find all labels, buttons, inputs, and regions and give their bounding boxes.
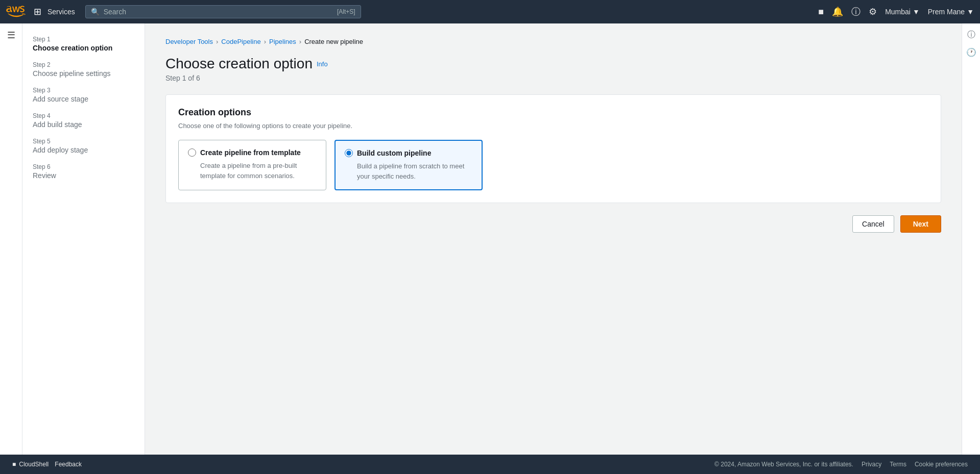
region-selector[interactable]: Mumbai ▼ — [885, 8, 920, 16]
services-nav[interactable]: Services — [47, 8, 75, 16]
bell-icon[interactable]: 🔔 — [832, 6, 843, 17]
search-bar[interactable]: 🔍 [Alt+S] — [85, 5, 361, 18]
option-custom-card[interactable]: Build custom pipeline Build a pipeline f… — [334, 140, 483, 190]
step-2-name: Choose pipeline settings — [33, 69, 134, 78]
card-title: Creation options — [178, 107, 928, 118]
settings-icon[interactable]: ⚙ — [869, 6, 877, 17]
footer-left: ■ CloudShell Feedback — [12, 461, 82, 468]
cloudshell-label: CloudShell — [19, 461, 49, 468]
nav-right-icons: ■ 🔔 ⓘ ⚙ Mumbai ▼ Prem Mane ▼ — [818, 6, 974, 18]
main-content: Developer Tools › CodePipeline › Pipelin… — [145, 23, 962, 474]
breadcrumb-developer-tools[interactable]: Developer Tools — [165, 38, 213, 45]
actions-bar: Cancel Next — [165, 215, 941, 233]
footer-cookie-link[interactable]: Cookie preferences — [915, 461, 968, 468]
page-header: Choose creation option Info Step 1 of 6 — [165, 56, 941, 82]
breadcrumb-sep-2: › — [264, 38, 266, 45]
option-template-desc: Create a pipeline from a pre-built templ… — [188, 161, 317, 181]
footer-right: © 2024, Amazon Web Services, Inc. or its… — [714, 461, 968, 468]
option-custom-desc: Build a pipeline from scratch to meet yo… — [345, 161, 472, 181]
breadcrumb-codepipeline[interactable]: CodePipeline — [221, 38, 260, 45]
breadcrumb-sep-1: › — [216, 38, 218, 45]
page-subtitle: Step 1 of 6 — [165, 74, 941, 82]
info-link[interactable]: Info — [317, 60, 328, 68]
step-1-item: Step 1 Choose creation option — [33, 36, 134, 52]
sidebar-toggle-panel: ☰ — [0, 23, 22, 474]
option-template-card[interactable]: Create pipeline from template Create a p… — [178, 140, 326, 190]
footer: ■ CloudShell Feedback © 2024, Amazon Web… — [0, 455, 980, 474]
right-icon-panel: ⓘ 🕐 — [962, 23, 980, 474]
step-5-name: Add deploy stage — [33, 146, 134, 154]
grid-icon[interactable]: ⊞ — [34, 6, 41, 17]
clock-icon[interactable]: 🕐 — [966, 47, 976, 57]
footer-copyright: © 2024, Amazon Web Services, Inc. or its… — [714, 461, 853, 468]
footer-terms-link[interactable]: Terms — [890, 461, 906, 468]
search-shortcut: [Alt+S] — [337, 8, 355, 15]
region-label: Mumbai — [885, 8, 911, 16]
info-panel-icon[interactable]: ⓘ — [967, 30, 975, 40]
step-5-label: Step 5 — [33, 138, 134, 145]
step-2-item: Step 2 Choose pipeline settings — [33, 61, 134, 78]
step-5-item: Step 5 Add deploy stage — [33, 138, 134, 154]
step-4-item: Step 4 Add build stage — [33, 112, 134, 129]
user-menu[interactable]: Prem Mane ▼ — [928, 8, 974, 16]
top-navigation: ⊞ Services 🔍 [Alt+S] ■ 🔔 ⓘ ⚙ Mumbai ▼ Pr… — [0, 0, 980, 23]
next-button[interactable]: Next — [900, 215, 941, 233]
option-custom-radio[interactable] — [345, 149, 353, 157]
region-chevron: ▼ — [913, 8, 920, 16]
step-2-label: Step 2 — [33, 61, 134, 68]
option-template-radio[interactable] — [188, 148, 196, 157]
footer-privacy-link[interactable]: Privacy — [862, 461, 881, 468]
creation-options: Create pipeline from template Create a p… — [178, 140, 928, 190]
card-description: Choose one of the following options to c… — [178, 122, 928, 130]
breadcrumb-pipelines[interactable]: Pipelines — [269, 38, 296, 45]
step-1-name: Choose creation option — [33, 44, 134, 52]
option-template-label: Create pipeline from template — [200, 148, 301, 157]
option-template-radio-row: Create pipeline from template — [188, 148, 317, 157]
hamburger-icon[interactable]: ☰ — [7, 30, 15, 41]
steps-panel: Step 1 Choose creation option Step 2 Cho… — [22, 23, 145, 474]
user-chevron: ▼ — [967, 8, 974, 16]
feedback-button[interactable]: Feedback — [55, 461, 82, 468]
step-4-name: Add build stage — [33, 120, 134, 129]
breadcrumb: Developer Tools › CodePipeline › Pipelin… — [165, 38, 941, 45]
help-icon[interactable]: ⓘ — [851, 6, 861, 18]
breadcrumb-sep-3: › — [299, 38, 301, 45]
step-6-item: Step 6 Review — [33, 163, 134, 180]
step-1-label: Step 1 — [33, 36, 134, 43]
breadcrumb-current: Create new pipeline — [304, 38, 363, 45]
option-custom-label: Build custom pipeline — [357, 149, 431, 157]
cancel-button[interactable]: Cancel — [852, 215, 894, 233]
search-input[interactable] — [104, 8, 333, 16]
page-title: Choose creation option — [165, 56, 313, 72]
user-label: Prem Mane — [928, 8, 965, 16]
step-6-name: Review — [33, 171, 134, 180]
step-4-label: Step 4 — [33, 112, 134, 119]
step-3-label: Step 3 — [33, 87, 134, 94]
search-icon: 🔍 — [91, 8, 100, 16]
creation-options-card: Creation options Choose one of the follo… — [165, 94, 941, 203]
option-custom-radio-row: Build custom pipeline — [345, 149, 472, 157]
cloudshell-button[interactable]: ■ CloudShell — [12, 461, 49, 468]
step-3-item: Step 3 Add source stage — [33, 87, 134, 103]
cloudshell-icon: ■ — [12, 461, 16, 468]
terminal-icon[interactable]: ■ — [818, 7, 824, 17]
step-3-name: Add source stage — [33, 95, 134, 103]
step-6-label: Step 6 — [33, 163, 134, 170]
aws-logo[interactable] — [6, 6, 26, 18]
